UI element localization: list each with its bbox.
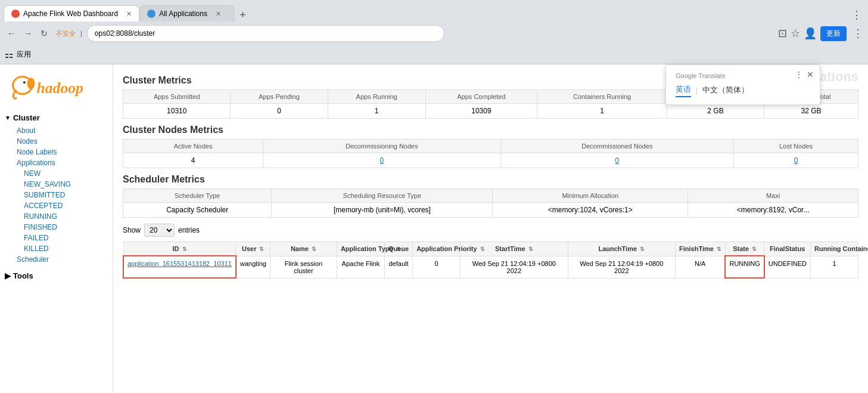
apps-grid-icon: ⚏ [5,49,13,60]
browser-menu-icon[interactable]: ⋮ [851,8,868,21]
tab-flink-title: Apache Flink Web Dashboard [23,10,118,18]
sidebar-item-applications[interactable]: Applications [12,157,113,168]
lost-nodes-link[interactable]: 0 [794,156,798,165]
app-launchtime-cell: Wed Sep 21 12:04:19 +0800 2022 [568,256,675,278]
flink-favicon [11,10,20,18]
applications-table: ID ⇅ User ⇅ Name ⇅ Application Type ⇅ [123,242,858,278]
tab-all-apps-title: All Applications [159,10,207,18]
launchtime-sort-icon: ⇅ [640,246,645,252]
sidebar: hadoop ▼ Cluster About Nodes Node Labels… [0,64,113,393]
sidebar-item-failed[interactable]: FAILED [19,233,113,243]
sidebar-sub-cluster: About Nodes Node Labels Applications NEW… [0,125,113,265]
scheduler-metrics-title: Scheduler Metrics [123,174,858,185]
sidebar-app-subitems: NEW NEW_SAVING SUBMITTED ACCEPTED RUNNIN… [12,168,113,254]
col-apps-submitted: Apps Submitted [123,90,231,104]
update-button[interactable]: 更新 [820,26,847,41]
tab-flink[interactable]: Apache Flink Web Dashboard ✕ [4,5,139,21]
show-label: Show [123,226,141,234]
app-id-link[interactable]: application_1615531413182_10311 [127,260,232,267]
sidebar-item-running[interactable]: RUNNING [19,211,113,222]
tab-flink-close[interactable]: ✕ [126,10,132,18]
cluster-group-header[interactable]: ▼ Cluster [0,110,113,125]
tab-all-apps[interactable]: All Applications ✕ [139,5,235,21]
cluster-label: Cluster [13,113,40,122]
cast-icon[interactable]: ⊡ [778,27,787,40]
app-type-cell: Apache Flink [337,256,384,278]
user-icon[interactable]: 👤 [804,27,817,40]
val-active-nodes: 4 [123,153,263,168]
lang-en-button[interactable]: 英语 [676,84,691,97]
val-max-allocation: <memory:8192, vCor... [688,203,858,218]
apps-col-launchtime[interactable]: LaunchTime ⇅ [568,242,675,256]
col-active-nodes: Active Nodes [123,140,263,153]
val-apps-pending: 0 [231,104,328,119]
translate-bar: Google Translate 英语 | 中文（简体） ⋮ ✕ [665,64,820,105]
sidebar-item-submitted[interactable]: SUBMITTED [19,190,113,200]
tools-label: Tools [13,271,33,280]
reload-button[interactable]: ↻ [38,27,50,39]
decommissioned-nodes-link[interactable]: 0 [615,156,620,165]
app-finalstatus-cell: UNDEFINED [764,256,811,278]
sidebar-item-scheduler[interactable]: Scheduler [12,254,113,265]
apps-col-priority[interactable]: Application Priority ⇅ [413,242,461,256]
sidebar-item-killed[interactable]: KILLED [19,243,113,254]
earth-favicon [147,10,155,18]
apps-col-state[interactable]: State ⇅ [725,242,764,256]
col-max-allocation: Maxi [688,189,858,203]
val-min-allocation: <memory:1024, vCores:1> [493,203,688,218]
sidebar-cluster-section: ▼ Cluster About Nodes Node Labels Applic… [0,107,113,268]
translate-settings-icon[interactable]: ⋮ [795,70,803,79]
col-apps-running: Apps Running [328,90,425,104]
translate-close-icon[interactable]: ✕ [807,70,814,79]
address-input[interactable] [87,25,444,42]
finishtime-sort-icon: ⇅ [717,246,721,252]
sidebar-item-accepted[interactable]: ACCEPTED [19,200,113,211]
sidebar-item-nodes[interactable]: Nodes [12,136,113,147]
id-sort-icon: ⇅ [182,246,187,252]
entries-select[interactable]: 20 50 100 [144,224,175,237]
app-containers-cell: 1 [810,256,858,278]
apps-col-name[interactable]: Name ⇅ [270,242,337,256]
sidebar-item-finished[interactable]: FINISHED [19,222,113,233]
apps-col-type[interactable]: Application Type ⇅ [337,242,384,256]
browser-more-icon[interactable]: ⋮ [853,27,863,40]
apps-col-queue[interactable]: Queue [384,242,412,256]
sidebar-item-node-labels[interactable]: Node Labels [12,147,113,157]
tab-bar: Apache Flink Web Dashboard ✕ All Applica… [0,0,868,21]
toolbar-row: ⚏ 应用 [0,45,868,64]
app-finishtime-cell: N/A [676,256,726,278]
apps-col-user[interactable]: User ⇅ [236,242,270,256]
col-scheduling-resource-type: Scheduling Resource Type [272,189,493,203]
decommissioning-nodes-link[interactable]: 0 [380,156,384,165]
starttime-sort-icon: ⇅ [528,246,533,252]
sidebar-item-new-saving[interactable]: NEW_SAVING [19,179,113,190]
apps-col-id[interactable]: ID ⇅ [123,242,236,256]
nodes-metrics-table: Active Nodes Decommissioning Nodes Decom… [123,139,858,168]
forward-button[interactable]: → [21,27,35,39]
col-decommissioning-nodes: Decommissioning Nodes [263,140,501,153]
new-tab-button[interactable]: + [235,9,251,21]
apps-col-containers[interactable]: Running Containers ⇅ [810,242,858,256]
user-sort-icon: ⇅ [259,246,264,252]
translate-langs: 英语 | 中文（简体） [676,84,810,97]
scheduler-metrics-table: Scheduler Type Scheduling Resource Type … [123,188,858,218]
tab-all-apps-close[interactable]: ✕ [216,10,221,18]
col-scheduler-type: Scheduler Type [123,189,272,203]
tools-group-header[interactable]: ▶ Tools [0,268,113,283]
lang-zh-button[interactable]: 中文（简体） [702,85,749,97]
bookmark-icon[interactable]: ☆ [791,27,800,40]
cluster-arrow-icon: ▼ [5,115,11,121]
val-decommissioned-nodes: 0 [500,153,733,168]
app-starttime-cell: Wed Sep 21 12:04:19 +0800 2022 [461,256,568,278]
apps-col-finishtime[interactable]: FinishTime ⇅ [676,242,726,256]
security-warning: 不安全 [56,29,76,38]
sidebar-item-about[interactable]: About [12,125,113,136]
col-apps-completed: Apps Completed [425,90,537,104]
val-containers-running: 1 [537,104,667,119]
sidebar-item-new[interactable]: NEW [19,168,113,179]
back-button[interactable]: ← [5,27,18,39]
table-row: application_1615531413182_10311 wangting… [123,256,858,278]
svg-text:hadoop: hadoop [37,79,83,97]
address-bar: ← → ↻ 不安全 | ⊡ ☆ 👤 更新 ⋮ [0,21,868,45]
apps-col-finalstatus[interactable]: FinalStatus [764,242,811,256]
